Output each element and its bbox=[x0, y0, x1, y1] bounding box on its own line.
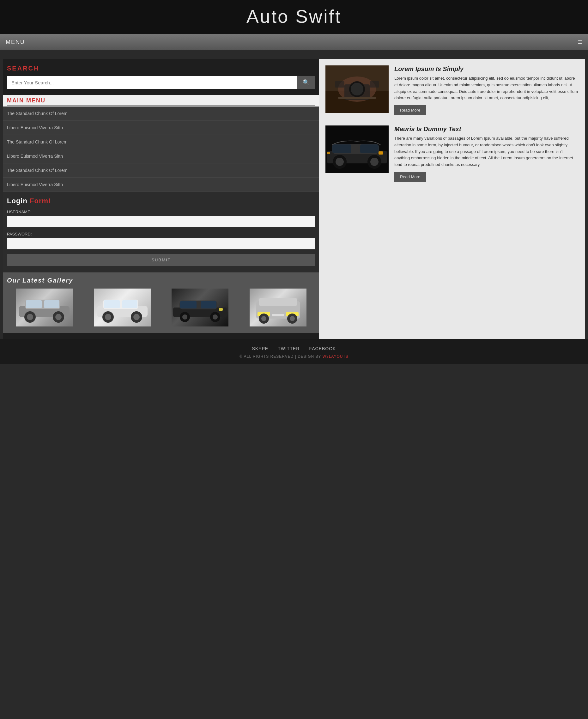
svg-rect-50 bbox=[332, 144, 351, 153]
password-input[interactable] bbox=[7, 238, 315, 249]
svg-point-5 bbox=[55, 314, 62, 320]
svg-rect-40 bbox=[338, 97, 376, 99]
footer-links: SKYPE TWITTER FACEBOOK bbox=[0, 346, 588, 351]
svg-point-33 bbox=[290, 316, 295, 321]
username-input[interactable] bbox=[7, 216, 315, 227]
footer-link-facebook[interactable]: FACEBOOK bbox=[309, 346, 336, 351]
svg-rect-51 bbox=[360, 144, 379, 153]
svg-rect-14 bbox=[104, 300, 120, 308]
svg-rect-23 bbox=[201, 301, 216, 308]
copyright-text: © ALL RIGHTS RESERVED | DESIGN BY bbox=[239, 354, 321, 359]
menu-item-2[interactable]: Libero Euismod Viverra Sitth bbox=[3, 121, 319, 135]
gallery-image-2[interactable] bbox=[94, 289, 151, 327]
search-button[interactable]: 🔍 bbox=[297, 76, 315, 89]
menu-item-4[interactable]: Libero Euismod Viverra Sitth bbox=[3, 149, 319, 163]
svg-point-47 bbox=[336, 158, 344, 166]
design-link[interactable]: W3LAYOUTS bbox=[322, 354, 349, 359]
menu-item-3[interactable]: The Standard Chunk Of Lorem bbox=[3, 135, 319, 149]
footer-link-skype[interactable]: SKYPE bbox=[252, 346, 269, 351]
article-1-image bbox=[326, 65, 388, 113]
gallery-image-4[interactable] bbox=[250, 289, 307, 327]
svg-rect-52 bbox=[379, 151, 383, 155]
login-title-red: Form! bbox=[30, 197, 51, 205]
username-label: USERNAME: bbox=[7, 209, 315, 214]
search-input[interactable] bbox=[7, 76, 297, 89]
menu-item-6[interactable]: Libero Euismod Viverra Sitth bbox=[3, 178, 319, 192]
main-menu-heading: Main Menu bbox=[7, 97, 315, 106]
menu-item-1[interactable]: The Standard Chunk Of Lorem bbox=[3, 106, 319, 121]
search-section: Search 🔍 bbox=[3, 59, 319, 95]
svg-point-3 bbox=[27, 314, 33, 320]
article-1: Lorem Ipsum Is Simply Lorem ipsum dolor … bbox=[326, 65, 579, 116]
search-heading: Search bbox=[7, 65, 315, 72]
svg-rect-6 bbox=[26, 300, 42, 308]
svg-rect-22 bbox=[180, 301, 196, 308]
gallery-image-3[interactable] bbox=[172, 289, 228, 327]
svg-point-49 bbox=[370, 158, 379, 166]
article-1-read-more[interactable]: Read More bbox=[394, 105, 426, 115]
spacer bbox=[0, 50, 588, 59]
menu-item-5[interactable]: The Standard Chunk Of Lorem bbox=[3, 163, 319, 178]
svg-rect-7 bbox=[44, 300, 59, 308]
content-wrapper: Search 🔍 Main Menu The Standard Chunk Of… bbox=[0, 59, 588, 339]
login-heading: Login Form! bbox=[7, 197, 315, 205]
article-2-image bbox=[326, 125, 388, 173]
footer-link-twitter[interactable]: TWITTER bbox=[278, 346, 299, 351]
main-menu-list: The Standard Chunk Of Lorem Libero Euism… bbox=[3, 106, 319, 192]
svg-rect-24 bbox=[219, 308, 223, 311]
svg-rect-53 bbox=[327, 152, 330, 154]
gallery-heading: Our Latest Gallery bbox=[7, 277, 315, 284]
submit-button[interactable]: SUBMIT bbox=[7, 254, 315, 266]
site-title: Auto Swift bbox=[0, 6, 588, 27]
svg-point-19 bbox=[182, 314, 187, 320]
login-title-white: Login bbox=[7, 197, 27, 205]
svg-point-31 bbox=[261, 316, 266, 321]
svg-rect-15 bbox=[122, 300, 138, 308]
password-label: PASSWORD: bbox=[7, 232, 315, 237]
svg-point-39 bbox=[351, 83, 363, 96]
search-form: 🔍 bbox=[7, 76, 315, 89]
article-2: Mauris Is Dummy Text There are many vari… bbox=[326, 125, 579, 182]
gallery-grid bbox=[7, 289, 315, 327]
svg-point-13 bbox=[133, 314, 140, 320]
site-header: Auto Swift bbox=[0, 0, 588, 34]
sidebar: Search 🔍 Main Menu The Standard Chunk Of… bbox=[3, 59, 319, 339]
footer-copyright: © ALL RIGHTS RESERVED | DESIGN BY W3LAYO… bbox=[0, 354, 588, 359]
hamburger-icon[interactable]: ≡ bbox=[578, 38, 582, 46]
main-content: Lorem Ipsum Is Simply Lorem ipsum dolor … bbox=[319, 59, 585, 339]
main-menu-section: Main Menu bbox=[3, 95, 319, 106]
login-section: Login Form! USERNAME: PASSWORD: SUBMIT bbox=[3, 192, 319, 272]
gallery-section: Our Latest Gallery bbox=[3, 272, 319, 333]
svg-rect-42 bbox=[370, 81, 379, 87]
svg-point-11 bbox=[105, 314, 111, 320]
site-footer: SKYPE TWITTER FACEBOOK © ALL RIGHTS RESE… bbox=[0, 339, 588, 364]
article-2-read-more[interactable]: Read More bbox=[394, 172, 426, 182]
svg-rect-29 bbox=[272, 314, 285, 316]
svg-rect-26 bbox=[259, 298, 297, 306]
svg-point-21 bbox=[213, 314, 218, 320]
nav-bar: Menu ≡ bbox=[0, 34, 588, 50]
nav-menu-label[interactable]: Menu bbox=[6, 39, 25, 45]
gallery-image-1[interactable] bbox=[16, 289, 73, 327]
svg-rect-41 bbox=[335, 81, 344, 87]
